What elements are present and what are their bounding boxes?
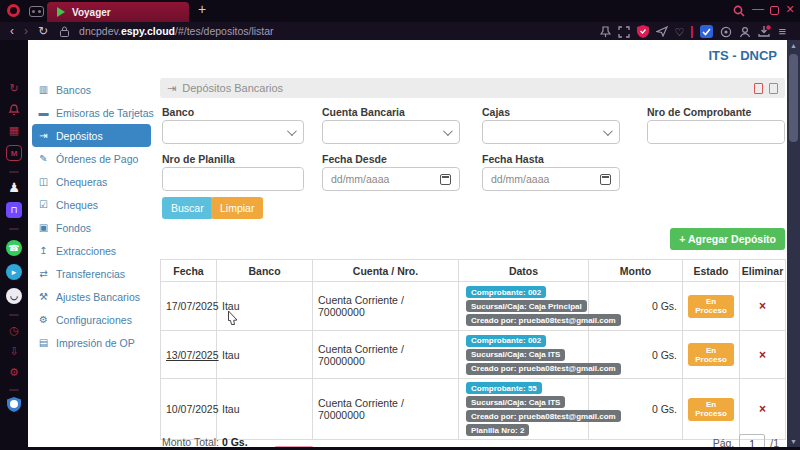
sidebar-item-ordenes[interactable]: ✎Órdenes de Pago: [28, 147, 154, 170]
cell-datos: Comprobante: 002 Sucursal/Caja: Caja ITS…: [459, 331, 589, 379]
cajas-label: Cajas: [482, 106, 510, 118]
tab-grid-icon[interactable]: ▦: [0, 124, 28, 137]
scroll-down-icon[interactable]: ▼: [787, 438, 800, 445]
sidebar-item-label: Cheques: [56, 199, 98, 211]
screenshot-icon[interactable]: [618, 26, 630, 38]
new-tab-button[interactable]: +: [194, 1, 210, 17]
wheel-icon[interactable]: [720, 26, 732, 38]
speed-dial-icon[interactable]: ↻: [0, 82, 28, 95]
sidebar-item-impresion[interactable]: ▤Impresión de OP: [28, 331, 154, 354]
rail-divider: [9, 314, 19, 316]
col-fecha[interactable]: Fecha: [161, 260, 217, 282]
gx-sidebar: ↻ ▦ M ♟ ⊓ ☎ ▸ ◡ ◷ ⇩ ⚙ GX ⋯: [0, 40, 28, 447]
planilla-label: Nro de Planilla: [162, 153, 235, 165]
sidebar-item-emisoras[interactable]: ▬Emisoras de Tarjetas: [28, 101, 154, 124]
fecha-desde-field[interactable]: dd/mm/aaaa: [322, 167, 460, 191]
sidebar-item-label: Emisoras de Tarjetas: [56, 107, 154, 119]
forward-icon[interactable]: ›: [24, 24, 28, 38]
messenger-icon[interactable]: M: [6, 145, 22, 161]
col-estado[interactable]: Estado: [683, 260, 740, 282]
excel-export-icon[interactable]: [769, 83, 778, 94]
vpn-shield-icon[interactable]: [637, 25, 649, 38]
sidebar-item-bancos[interactable]: ▥Bancos: [28, 78, 154, 101]
downloads-icon[interactable]: [758, 25, 771, 38]
sidebar-item-fondos[interactable]: ▣Fondos: [28, 216, 154, 239]
shield-extension-icon[interactable]: [7, 397, 21, 412]
extension-icon[interactable]: [700, 25, 713, 38]
sidebar-item-transferencias[interactable]: ⇄Transferencias: [28, 262, 154, 285]
close-button[interactable]: ×: [786, 1, 794, 17]
maximize-button[interactable]: [770, 6, 779, 15]
whatsapp-icon[interactable]: ☎: [6, 240, 22, 256]
cuenta-label: Cuenta Bancaria: [322, 106, 405, 118]
notifications-bell-icon[interactable]: [8, 103, 20, 116]
sidebar-item-label: Impresión de OP: [56, 337, 135, 349]
fecha-hasta-field[interactable]: dd/mm/aaaa: [482, 167, 620, 191]
col-eliminar[interactable]: Eliminar: [740, 260, 786, 282]
banco-label: Banco: [162, 106, 194, 118]
col-monto[interactable]: Monto: [589, 260, 683, 282]
browser-tab[interactable]: Voyager: [47, 2, 189, 22]
cell-fecha[interactable]: 17/07/2025: [161, 282, 217, 331]
col-datos[interactable]: Datos: [459, 260, 589, 282]
cell-fecha[interactable]: 13/07/2025: [161, 331, 217, 379]
sidebar-item-cheques[interactable]: ☑Cheques: [28, 193, 154, 216]
telegram-icon[interactable]: ▸: [6, 264, 22, 280]
table-header-row: Fecha Banco Cuenta / Nro. Datos Monto Es…: [161, 260, 786, 282]
pdf-export-icon[interactable]: [754, 83, 763, 94]
tab-groups-icon[interactable]: [29, 6, 44, 17]
history-clock-icon[interactable]: ◷: [0, 324, 28, 337]
player-icon[interactable]: ♟: [0, 180, 28, 195]
address-bar[interactable]: dncpdev.espy.cloud/#/tes/depositos/lista…: [79, 25, 274, 37]
table-row: 13/07/2025 Itau Cuenta Corriente / 70000…: [161, 331, 786, 379]
table-row: 10/07/2025 Itau Cuenta Corriente / 70000…: [161, 379, 786, 440]
sidebar-item-extracciones[interactable]: ↥Extracciones: [28, 239, 154, 262]
planilla-input[interactable]: [163, 168, 303, 190]
cell-cuenta: Cuenta Corriente / 70000000: [313, 282, 459, 331]
pin-icon[interactable]: [600, 26, 611, 38]
favorites-heart-icon[interactable]: ♡: [675, 26, 685, 38]
cell-fecha[interactable]: 10/07/2025: [161, 379, 217, 440]
cuenta-select[interactable]: [322, 120, 460, 144]
scroll-up-icon[interactable]: ▲: [787, 42, 800, 49]
sidebar-item-depositos[interactable]: ⇥Depósitos: [32, 124, 151, 147]
scrollbar-thumb[interactable]: [789, 54, 798, 142]
depositos-table: Fecha Banco Cuenta / Nro. Datos Monto Es…: [160, 259, 786, 440]
comprobante-input[interactable]: [648, 121, 784, 143]
col-banco[interactable]: Banco: [217, 260, 313, 282]
col-cuenta[interactable]: Cuenta / Nro.: [313, 260, 459, 282]
delete-icon[interactable]: ×: [759, 402, 766, 416]
agregar-deposito-button[interactable]: + Agregar Depósito: [670, 228, 785, 250]
pagination: Pág. 1 /1: [713, 434, 779, 447]
buscar-button[interactable]: Buscar: [162, 197, 213, 219]
search-icon[interactable]: [733, 5, 745, 17]
sidebar-item-label: Fondos: [56, 222, 91, 234]
chevron-down-icon: [603, 126, 613, 136]
opera-logo-icon[interactable]: [7, 4, 20, 17]
sidebar-item-configuraciones[interactable]: ⚙Configuraciones: [28, 308, 154, 331]
delete-icon[interactable]: ×: [759, 348, 766, 362]
calendar-icon[interactable]: [440, 174, 451, 185]
rail-downloads-icon[interactable]: ⇩: [0, 345, 28, 358]
sidebar-item-chequeras[interactable]: ◫Chequeras: [28, 170, 154, 193]
discord-icon[interactable]: ◡: [6, 288, 22, 304]
back-icon[interactable]: ‹: [10, 24, 14, 38]
sidebar-item-label: Transferencias: [56, 268, 125, 280]
page-scrollbar[interactable]: ▲ ▼: [787, 40, 800, 447]
banco-select[interactable]: [162, 120, 304, 144]
reload-icon[interactable]: ↻: [38, 24, 48, 38]
limpiar-button[interactable]: Limpiar: [211, 197, 263, 219]
creado-por-badge: Creado por: prueba08test@gmail.com: [466, 363, 621, 375]
send-icon[interactable]: [656, 26, 668, 37]
date-placeholder: dd/mm/aaaa: [491, 173, 549, 185]
minimize-button[interactable]: —: [752, 2, 764, 16]
twitch-icon[interactable]: ⊓: [6, 202, 22, 218]
cajas-select[interactable]: [482, 120, 620, 144]
settings-gear-icon[interactable]: ⚙: [0, 366, 28, 379]
profile-icon[interactable]: [739, 26, 751, 38]
delete-icon[interactable]: ×: [759, 299, 766, 313]
calendar-icon[interactable]: [600, 174, 611, 185]
menu-icon[interactable]: ≡: [778, 26, 786, 38]
page-input[interactable]: 1: [739, 434, 765, 447]
sidebar-item-ajustes[interactable]: ⚒Ajustes Bancarios: [28, 285, 154, 308]
